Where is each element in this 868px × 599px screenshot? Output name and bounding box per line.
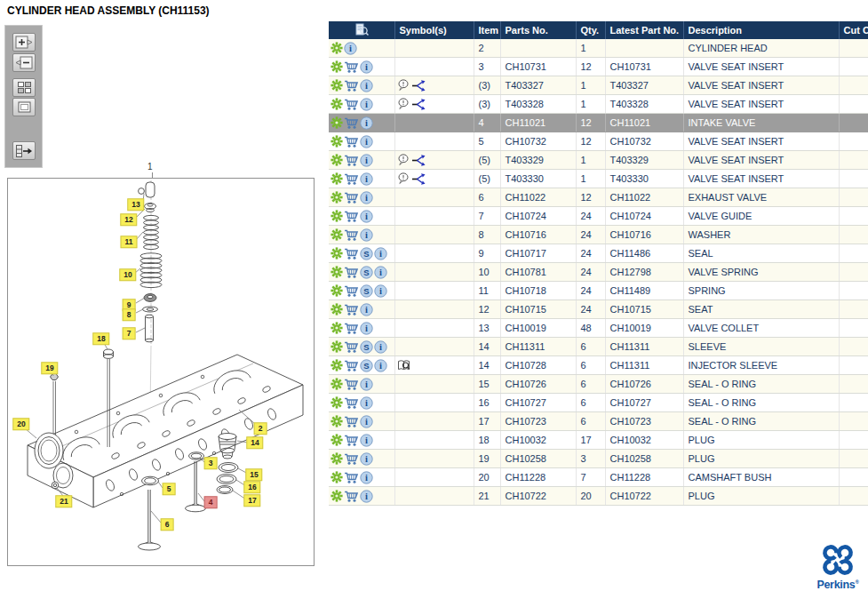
table-row[interactable]: i13CH1001948CH10019VALVE COLLET [329, 319, 868, 338]
cart-icon[interactable] [344, 79, 359, 92]
callout-21[interactable]: 21 [55, 495, 72, 507]
cart-icon[interactable] [344, 452, 359, 466]
parts-diagram-pane[interactable]: 13121110987181920212143151651746 [7, 178, 315, 566]
callout-20[interactable]: 20 [12, 418, 29, 430]
callout-18[interactable]: 18 [92, 332, 109, 345]
table-row[interactable]: i21CYLINDER HEAD [329, 39, 868, 58]
gear-icon[interactable] [330, 471, 343, 483]
select-column-header[interactable] [329, 21, 394, 39]
table-row[interactable]: Si9CH1071724CH11486SEAL [329, 244, 868, 263]
callout-7[interactable]: 7 [123, 327, 136, 339]
info-icon[interactable]: i [374, 359, 387, 372]
callout-12[interactable]: 12 [120, 213, 137, 226]
info-icon[interactable]: i [360, 452, 373, 466]
info-icon[interactable]: i [360, 116, 373, 130]
table-row[interactable]: i(3)T4033281T403328VALVE SEAT INSERT [329, 95, 868, 114]
gear-icon[interactable] [330, 116, 343, 129]
table-row[interactable]: i15CH107266CH10726SEAL - O RING [329, 375, 868, 394]
cart-icon[interactable] [344, 98, 359, 111]
callout-11[interactable]: 11 [121, 236, 138, 248]
gear-icon[interactable] [330, 340, 343, 353]
callout-10[interactable]: 10 [119, 268, 136, 281]
gear-icon[interactable] [330, 322, 343, 334]
table-row[interactable]: i8CH1071624CH10716WASHER [329, 226, 868, 244]
table-row[interactable]: i3CH1073112CH10731VALVE SEAT INSERT [329, 58, 868, 76]
cart-icon[interactable] [344, 378, 359, 391]
cart-icon[interactable] [344, 471, 359, 484]
callout-8[interactable]: 8 [123, 308, 136, 321]
table-row[interactable]: i21CH1072220CH10722PLUG [329, 487, 868, 506]
table-row[interactable]: i16CH107276CH10727SEAL - O RING [329, 394, 868, 412]
info-icon[interactable]: i [360, 490, 373, 503]
info-icon[interactable]: i [360, 79, 373, 92]
gear-icon[interactable] [330, 415, 343, 427]
cart-icon[interactable] [344, 228, 359, 242]
gear-icon[interactable] [330, 490, 343, 502]
info-icon[interactable]: i [360, 396, 373, 410]
gear-icon[interactable] [330, 79, 343, 92]
info-icon[interactable]: i [360, 378, 373, 391]
info-icon[interactable]: i [360, 135, 373, 148]
gear-icon[interactable] [330, 284, 343, 297]
fit-view-button[interactable] [12, 98, 36, 116]
gear-icon[interactable] [330, 210, 343, 222]
table-row[interactable]: Si10CH1078124CH12798VALVE SPRING [329, 263, 868, 282]
gear-icon[interactable] [330, 172, 343, 185]
cart-icon[interactable] [344, 172, 359, 186]
callout-16[interactable]: 16 [243, 481, 260, 493]
info-icon[interactable]: i [360, 322, 373, 335]
table-row[interactable]: i(3)T4033271T403327VALVE SEAT INSERT [329, 76, 868, 95]
info-icon[interactable]: i [360, 172, 373, 186]
table-row[interactable]: i12CH1071524CH10715SEAT [329, 300, 868, 319]
callout-15[interactable]: 15 [245, 468, 262, 481]
cart-icon[interactable] [344, 191, 359, 204]
callout-14[interactable]: 14 [246, 436, 263, 449]
gear-icon[interactable] [330, 303, 343, 315]
cart-icon[interactable] [344, 415, 359, 428]
cart-icon[interactable] [344, 396, 359, 410]
gear-icon[interactable] [330, 396, 343, 409]
table-row[interactable]: i5CH1073212CH10732VALVE SEAT INSERT [329, 132, 868, 151]
info-icon[interactable]: i [374, 266, 387, 279]
cart-icon[interactable] [344, 322, 359, 335]
cart-icon[interactable] [344, 116, 359, 130]
superseded-icon[interactable]: S [360, 359, 373, 372]
table-row[interactable]: Si14CH113116CH11311SLEEVE [329, 338, 868, 356]
gear-icon[interactable] [330, 228, 343, 241]
gear-icon[interactable] [330, 135, 343, 148]
info-icon[interactable]: i [360, 434, 373, 447]
cart-icon[interactable] [344, 490, 359, 503]
info-icon[interactable]: i [360, 471, 373, 484]
cart-icon[interactable] [344, 359, 359, 372]
callout-13[interactable]: 13 [127, 198, 144, 211]
cart-icon[interactable] [344, 434, 359, 447]
info-icon[interactable]: i [360, 191, 373, 204]
superseded-icon[interactable]: S [360, 284, 373, 298]
callout-6[interactable]: 6 [161, 518, 174, 531]
table-row[interactable]: i(5)T4033291T403329VALVE SEAT INSERT [329, 151, 868, 170]
callout-4[interactable]: 4 [204, 496, 218, 508]
info-icon[interactable]: i [360, 303, 373, 316]
gear-icon[interactable] [330, 359, 343, 371]
gear-icon[interactable] [330, 154, 343, 166]
info-icon[interactable]: i [374, 284, 387, 298]
info-icon[interactable]: i [360, 60, 373, 74]
gear-icon[interactable] [330, 191, 343, 204]
info-icon[interactable]: i [360, 210, 373, 223]
table-row[interactable]: Si14CH107286CH11311INJECTOR SLEEVE [329, 356, 868, 375]
superseded-icon[interactable]: S [360, 266, 373, 279]
cart-icon[interactable] [344, 135, 359, 148]
cart-icon[interactable] [344, 340, 359, 354]
gear-icon[interactable] [330, 247, 343, 260]
superseded-icon[interactable]: S [360, 247, 373, 260]
info-icon[interactable]: i [374, 247, 387, 260]
gear-icon[interactable] [330, 434, 343, 446]
callout-19[interactable]: 19 [41, 362, 58, 374]
table-row[interactable]: i17CH107236CH10723SEAL - O RING [329, 412, 868, 431]
gear-icon[interactable] [330, 98, 343, 110]
gear-icon[interactable] [330, 60, 343, 73]
zoom-in-button[interactable] [12, 33, 36, 52]
table-row[interactable]: i6CH1102212CH11022EXHAUST VALVE [329, 188, 868, 207]
table-row[interactable]: Si11CH1071824CH11489SPRING [329, 282, 868, 300]
superseded-icon[interactable]: S [360, 340, 373, 354]
